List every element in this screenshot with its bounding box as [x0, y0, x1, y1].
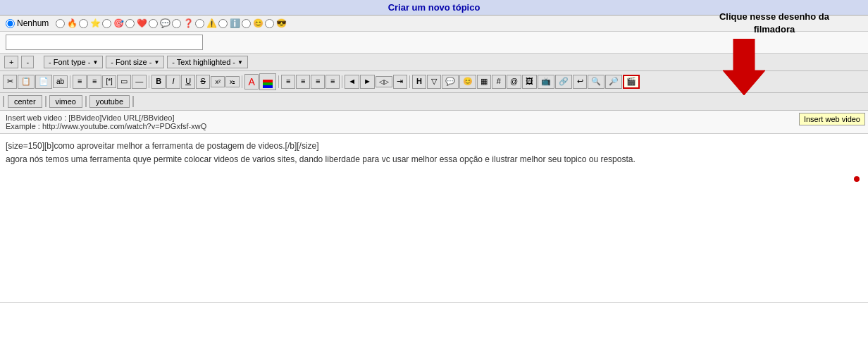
special-char-button[interactable]: # [492, 75, 506, 88]
rtl-button[interactable]: ► [360, 75, 375, 88]
undo-button[interactable]: ↩ [573, 75, 587, 88]
cut-button[interactable]: ✂ [3, 75, 17, 88]
font-size-arrow: ▼ [154, 59, 159, 66]
none-label: Nenhum [17, 18, 49, 28]
text-highlight-arrow: ▼ [237, 59, 243, 66]
sep3 [242, 75, 242, 88]
sep4 [278, 75, 279, 88]
content-area: [size=150][b]como aproveitar melhor a fe… [0, 134, 868, 303]
email-button[interactable]: @ [507, 75, 521, 88]
text-highlight-dropdown[interactable]: - Text highlighted - ▼ [167, 56, 248, 68]
sep-right [132, 96, 134, 107]
font-size-dropdown[interactable]: - Font size - ▼ [106, 56, 164, 68]
heart-icon: ❤️ [137, 18, 147, 28]
insert-web-video-button[interactable]: 🎬 [623, 75, 640, 88]
paste-button[interactable]: 📄 [35, 75, 52, 88]
target-icon: 🎯 [113, 18, 124, 28]
superscript-button[interactable]: x² [211, 76, 225, 88]
remove-button[interactable]: - [21, 56, 34, 68]
font-color-palette-button[interactable] [259, 73, 276, 90]
content-text: [size=150][b]como aproveitar melhor a fe… [6, 140, 862, 166]
warning-icon: ⚠️ [206, 18, 217, 28]
emoticon-button[interactable]: 😊 [459, 75, 476, 88]
icon-radio-info[interactable]: ℹ️ [218, 18, 240, 28]
align-justify-button[interactable]: ≡ [326, 75, 340, 88]
toolbar-format: ✂ 📋 📄 ab ≡ ≡ [*] ▭ — B I U S x² x₂ A ≡ ≡… [0, 71, 868, 93]
none-radio-label[interactable]: Nenhum [6, 18, 49, 28]
red-dot [854, 176, 860, 182]
title-text: Criar um novo tópico [388, 2, 480, 13]
icon-radio-heart[interactable]: ❤️ [125, 18, 147, 28]
chat-icon: 💬 [160, 18, 170, 28]
add-button[interactable]: + [4, 56, 18, 68]
sep-mid1 [45, 96, 46, 107]
icon-radio-target[interactable]: 🎯 [102, 18, 124, 28]
toolbar-extra: center vimeo youtube [0, 93, 868, 111]
copy-button[interactable]: 📋 [18, 75, 35, 88]
star-icon: ⭐ [90, 18, 101, 28]
subject-input[interactable] [6, 35, 203, 50]
ordered-list-button[interactable]: ≡ [87, 75, 101, 88]
align-center-button[interactable]: ≡ [296, 75, 310, 88]
hint-row: Insert web video : [BBvideo]Video URL[/B… [0, 111, 868, 134]
image-insert-button[interactable]: 🖼 [522, 75, 537, 88]
strikethrough-button[interactable]: S [196, 75, 210, 88]
bold-button[interactable]: B [151, 75, 166, 88]
font-color-button[interactable]: A [244, 74, 259, 90]
fire-icon: 🔥 [67, 18, 78, 28]
hint-line1: Insert web video : [BBvideo]Video URL[/B… [6, 113, 862, 122]
spoiler-button[interactable]: ▽ [427, 75, 441, 88]
font-type-arrow: ▼ [92, 59, 98, 66]
subscript-button[interactable]: x₂ [225, 76, 240, 88]
font-type-dropdown[interactable]: - Font type - ▼ [44, 56, 103, 68]
quote-button[interactable]: 💬 [442, 75, 459, 88]
youtube-button[interactable]: youtube [89, 95, 130, 108]
icon-row: Nenhum 🔥 ⭐ 🎯 ❤️ 💬 ❓ ⚠️ ℹ️ 😊 😎 [0, 16, 868, 32]
content-line1: [size=150][b]como aproveitar melhor a fe… [6, 140, 862, 153]
sep1 [70, 75, 70, 88]
none-radio[interactable] [6, 19, 15, 28]
hint-line2: Example : http://www.youtube.com/watch?v… [6, 122, 862, 130]
paste-text-button[interactable]: ab [53, 75, 68, 88]
info-icon: ℹ️ [230, 18, 240, 28]
underline-button[interactable]: U [181, 75, 195, 88]
cool-icon: 😎 [276, 18, 287, 28]
icon-radio-fire[interactable]: 🔥 [56, 18, 78, 28]
icon-radio-chat[interactable]: 💬 [149, 18, 170, 28]
zoom-button[interactable]: 🔎 [605, 75, 622, 88]
image-button[interactable]: ▭ [117, 75, 131, 88]
vimeo-button[interactable]: vimeo [49, 95, 82, 108]
icon-radio-warning[interactable]: ⚠️ [195, 18, 217, 28]
icon-radio-smile[interactable]: 😊 [242, 18, 264, 28]
heading-button[interactable]: H [412, 75, 426, 88]
hr-button[interactable]: — [132, 75, 147, 88]
sep-mid2 [85, 96, 87, 107]
icon-radio-question[interactable]: ❓ [172, 18, 194, 28]
ltr-button[interactable]: ◄ [345, 75, 359, 88]
italic-button[interactable]: I [166, 75, 180, 88]
sep6 [409, 75, 410, 88]
video-camera-icon: 🎬 [626, 77, 636, 85]
subject-row [0, 32, 868, 54]
icon-radio-cool[interactable]: 😎 [265, 18, 287, 28]
unordered-list-button[interactable]: ≡ [73, 75, 87, 88]
search-button[interactable]: 🔍 [588, 75, 604, 88]
link-button[interactable]: 🔗 [555, 75, 572, 88]
list-item-button[interactable]: [*] [102, 75, 116, 88]
align-right-button[interactable]: ≡ [311, 75, 325, 88]
question-icon: ❓ [183, 18, 194, 28]
media-button[interactable]: 📺 [538, 75, 554, 88]
table-button[interactable]: ▦ [477, 75, 491, 88]
center-button[interactable]: center [8, 95, 42, 108]
sep-left [3, 96, 4, 107]
indent-button[interactable]: ⇥ [393, 75, 407, 88]
both-dir-button[interactable]: ◁▷ [376, 76, 392, 88]
page-title: Criar um novo tópico [0, 0, 868, 16]
content-line3: agora nós temos uma ferramenta quye perm… [6, 153, 862, 166]
align-left-button[interactable]: ≡ [281, 75, 295, 88]
sep2 [149, 75, 149, 88]
icon-radio-star[interactable]: ⭐ [79, 18, 101, 28]
toolbar-dropdowns: + - - Font type - ▼ - Font size - ▼ - Te… [0, 54, 868, 71]
smile-icon: 😊 [253, 18, 264, 28]
sep5 [342, 75, 342, 88]
